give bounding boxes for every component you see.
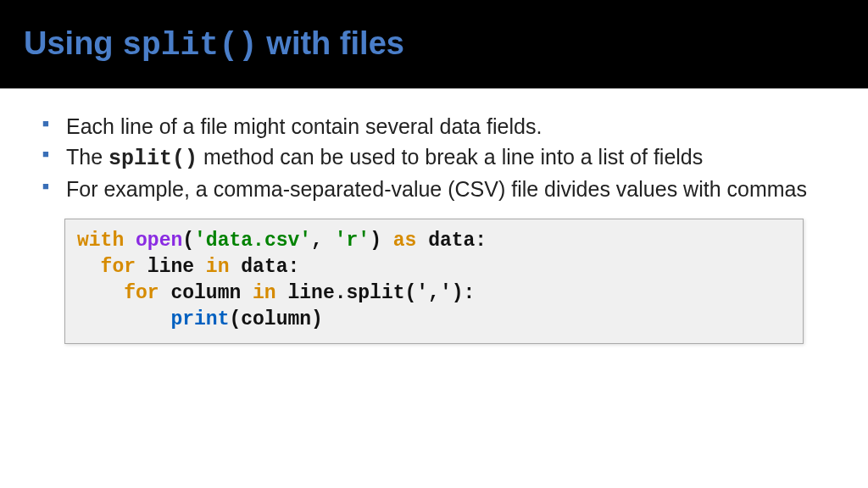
fn-print: print <box>170 308 229 330</box>
str-mode: 'r' <box>335 230 370 252</box>
bullet-code: split() <box>108 147 198 171</box>
kw-in: in <box>206 256 230 278</box>
code-rest: (column) <box>229 308 322 330</box>
code-rest: line.split(',') <box>276 282 464 304</box>
paren: ) <box>370 230 393 252</box>
indent <box>77 308 170 330</box>
code-mid: column <box>159 282 253 304</box>
bullet-text: Each line of a file might contain severa… <box>66 114 542 138</box>
slide-body: Each line of a file might contain severa… <box>0 89 868 352</box>
bullet-list: Each line of a file might contain severa… <box>34 113 834 203</box>
comma: , <box>311 230 335 252</box>
bullet-text-pre: The <box>66 145 108 169</box>
kw-for: for <box>124 282 159 304</box>
title-code: split() <box>122 27 258 64</box>
indent <box>77 256 101 278</box>
str-file: 'data.csv' <box>194 230 311 252</box>
colon: : <box>464 282 476 304</box>
fn-open: open <box>136 230 182 252</box>
bullet-text-post: method can be used to break a line into … <box>198 145 703 169</box>
bullet-item: The split() method can be used to break … <box>42 143 834 174</box>
code-rest: data: <box>229 256 299 278</box>
code-block: with open('data.csv', 'r') as data: for … <box>64 219 804 344</box>
indent <box>77 282 124 304</box>
paren: ( <box>182 230 194 252</box>
title-post: with files <box>258 25 404 61</box>
kw-with: with <box>77 230 124 252</box>
bullet-item: Each line of a file might contain severa… <box>42 113 834 141</box>
code-rest: data: <box>416 230 487 252</box>
slide-header: Using split() with files <box>0 0 868 89</box>
slide-title: Using split() with files <box>24 25 404 64</box>
kw-as: as <box>393 230 417 252</box>
kw-for: for <box>101 256 136 278</box>
bullet-text: For example, a comma-separated-value (CS… <box>66 177 807 201</box>
title-pre: Using <box>24 25 122 61</box>
kw-in: in <box>253 282 276 304</box>
code-mid: line <box>136 256 206 278</box>
bullet-item: For example, a comma-separated-value (CS… <box>42 175 834 204</box>
